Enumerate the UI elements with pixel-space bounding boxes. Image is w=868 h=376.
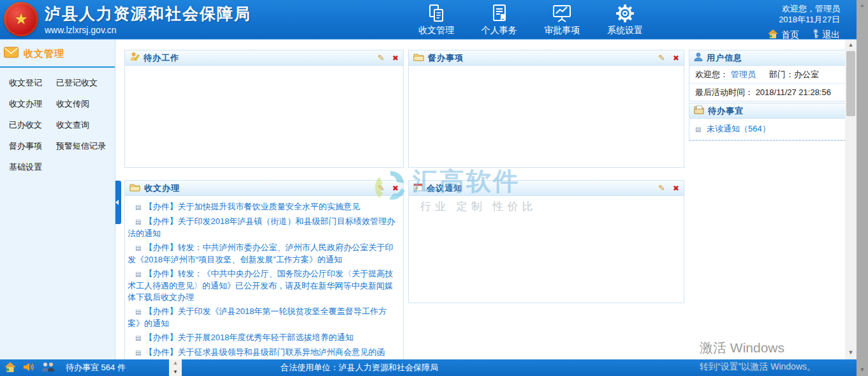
nav-system-settings[interactable]: 系统设置 — [605, 3, 645, 38]
sidebar-item-basic-settings[interactable]: 基础设置 — [9, 162, 56, 173]
list-item[interactable]: ▤【办件】关于印发《泸县2018年第一轮脱贫攻坚全覆盖督导工作方案》的通知 — [128, 306, 399, 329]
panel-todo-work: 待办工作 ✎ ✖ — [124, 50, 404, 168]
sidebar-item-registered-docs[interactable]: 已登记收文 — [56, 77, 115, 89]
unread-notice-link[interactable]: 未读通知（564） — [707, 124, 770, 133]
panel-meeting-notice: 会议通知 ✎ ✖ — [408, 180, 684, 303]
inner-scrollbar[interactable]: ▲ ▼ — [845, 40, 857, 359]
windows-activation-hint: 转到“设置”以激活 Windows。 — [700, 361, 816, 373]
panel-supervise: 督办事项 ✎ ✖ — [408, 50, 684, 168]
folder-page-icon — [694, 105, 704, 117]
sidebar-item-supervise[interactable]: 督办事项 — [9, 140, 56, 152]
national-emblem-logo: ★ — [4, 2, 38, 36]
document-list-icon: ▤ — [695, 126, 701, 133]
username-link[interactable]: 管理员 — [731, 70, 756, 79]
top-nav: 收文管理 个人事务 — [416, 3, 645, 38]
edit-pencil-icon[interactable]: ✎ — [378, 53, 385, 63]
nav-personal-affairs[interactable]: 个人事务 — [479, 3, 520, 38]
outer-scrollbar[interactable]: ▲ ▼ — [857, 0, 868, 376]
sidebar: 收文管理 收文登记 已登记收文 收文办理 收文传阅 已办收文 收文查询 督办事项… — [0, 40, 115, 359]
speaker-icon[interactable] — [23, 362, 34, 374]
documents-icon — [427, 3, 446, 23]
nav-approval-items[interactable]: 审批事项 — [541, 3, 582, 38]
document-list-icon: ▤ — [135, 308, 141, 315]
nav-label: 个人事务 — [482, 25, 517, 36]
scroll-up-icon[interactable]: ▲ — [857, 0, 868, 10]
doc-link[interactable]: 【办件】转发：《中共中央办公厅、国务院办公厅印发〈关于提高技术工人待遇的意见〉的… — [128, 269, 393, 302]
brand-block: ★ 泸县人力资源和社会保障局 www.lzlxrsj.gov.cn — [4, 2, 251, 36]
footer-scrollbar[interactable]: ▲ ▼ — [169, 359, 182, 376]
nav-label: 系统设置 — [607, 25, 643, 36]
last-active-value: 2018/11/27 21:28:56 — [756, 87, 831, 97]
windows-activation-title: 激活 Windows — [700, 339, 784, 357]
document-list-icon: ▤ — [135, 218, 141, 225]
welcome-label: 欢迎您： — [695, 70, 728, 79]
edit-pencil-icon[interactable]: ✎ — [378, 183, 385, 193]
sidebar-title: 收文管理 — [24, 48, 64, 60]
doc-link[interactable]: 【办件】关于印发2018年泸县镇（街道）和县级部门目标绩效管理办法的通知 — [128, 216, 395, 238]
list-item[interactable]: ▤【办件】关于加快提升我市餐饮业质量安全水平的实施意见 — [128, 201, 399, 213]
doc-link[interactable]: 【办件】关于征求县级领导和县级部门联系异地泸州商会意见的函 — [144, 347, 385, 357]
envelope-icon — [4, 47, 18, 61]
sidebar-item-handled-docs[interactable]: 已办收文 — [9, 119, 56, 131]
sidebar-collapse-handle[interactable] — [115, 181, 121, 224]
panel-title: 会议通知 — [427, 183, 462, 194]
close-icon[interactable]: ✖ — [673, 184, 679, 193]
list-item[interactable]: ▤【办件】关于开展2018年度优秀年轻干部选拔培养的通知 — [128, 332, 399, 344]
sidebar-item-doc-circulate[interactable]: 收文传阅 — [56, 98, 115, 110]
scroll-up-icon[interactable]: ▲ — [845, 40, 857, 49]
panel-title: 督办事项 — [428, 52, 464, 64]
list-item[interactable]: ▤【办件】转发：《中共中央办公厅、国务院办公厅印发〈关于提高技术工人待遇的意见〉… — [128, 268, 399, 303]
sidebar-item-doc-register[interactable]: 收文登记 — [9, 77, 56, 89]
people-icon[interactable] — [41, 362, 56, 374]
scroll-down-icon[interactable]: ▼ — [857, 365, 868, 375]
sidebar-header: 收文管理 — [0, 40, 115, 68]
logout-label: 退出 — [822, 29, 840, 41]
sidebar-item-doc-query[interactable]: 收文查询 — [56, 119, 115, 131]
sidebar-item-doc-handle[interactable]: 收文办理 — [9, 98, 56, 110]
footer-todo-count: 待办事宜 564 件 — [66, 359, 126, 376]
edit-pencil-icon[interactable]: ✎ — [658, 183, 665, 193]
right-column: 用户信息 欢迎您： 管理员 部门：办公室 最后活动时间： 2018/11/27 … — [689, 50, 846, 142]
app-window: ★ 泸县人力资源和社会保障局 www.lzlxrsj.gov.cn 收文管理 — [0, 0, 868, 376]
welcome-text: 欢迎您，管理员 — [767, 3, 840, 14]
edit-pencil-icon[interactable]: ✎ — [658, 53, 665, 63]
doc-link[interactable]: 【办件】转发：中共泸州市委办公室、泸州市人民政府办公室关于印发《2018年泸州市… — [128, 243, 393, 264]
nav-doc-management[interactable]: 收文管理 — [416, 3, 457, 38]
nav-label: 审批事项 — [544, 25, 580, 36]
scrollbar-thumb[interactable] — [846, 51, 855, 116]
user-welcome-row: 欢迎您： 管理员 部门：办公室 — [689, 66, 846, 84]
document-list-icon: ▤ — [135, 271, 141, 278]
document-list-icon: ▤ — [135, 244, 141, 252]
close-icon[interactable]: ✖ — [673, 54, 679, 63]
personal-doc-icon — [490, 3, 509, 23]
home-icon[interactable] — [4, 361, 17, 375]
panel-title: 待办工作 — [143, 52, 179, 64]
scroll-down-icon[interactable]: ▼ — [173, 370, 178, 375]
panel-title: 用户信息 — [707, 52, 742, 64]
scroll-down-icon[interactable]: ▼ — [845, 347, 857, 357]
dept-text: 部门：办公室 — [769, 70, 819, 79]
date-text: 2018年11月27日 — [767, 14, 840, 25]
panel-title: 待办事宜 — [708, 105, 744, 117]
sidebar-item-sms-records[interactable]: 预警短信记录 — [56, 140, 115, 152]
home-button[interactable]: 首页 — [767, 29, 799, 41]
last-active-label: 最后活动时间： — [695, 87, 753, 97]
logout-button[interactable]: 退出 — [812, 29, 840, 41]
scroll-up-icon[interactable]: ▲ — [173, 361, 178, 366]
list-item[interactable]: ▤【办件】转发：中共泸州市委办公室、泸州市人民政府办公室关于印发《2018年泸州… — [128, 242, 399, 266]
folder-icon — [413, 52, 424, 64]
doc-link[interactable]: 【办件】关于印发《泸县2018年第一轮脱贫攻坚全覆盖督导工作方案》的通知 — [128, 306, 386, 328]
close-icon[interactable]: ✖ — [392, 184, 399, 193]
unread-notice-row[interactable]: ▤ 未读通知（564） — [689, 119, 846, 140]
doc-link[interactable]: 【办件】关于加快提升我市餐饮业质量安全水平的实施意见 — [144, 202, 360, 211]
folder-icon — [129, 183, 140, 194]
home-label: 首页 — [781, 29, 799, 41]
close-icon[interactable]: ✖ — [392, 54, 399, 63]
approval-chart-icon — [552, 3, 572, 23]
person-pencil-icon — [129, 52, 140, 64]
last-active-row: 最后活动时间： 2018/11/27 21:28:56 — [689, 84, 846, 101]
doc-link[interactable]: 【办件】关于开展2018年度优秀年轻干部选拔培养的通知 — [144, 333, 353, 342]
panel-todo-list: 待办事宜 ▤ 未读通知（564） — [689, 103, 846, 141]
list-item[interactable]: ▤【办件】关于印发2018年泸县镇（街道）和县级部门目标绩效管理办法的通知 — [128, 216, 399, 239]
list-item[interactable]: ▤【办件】关于征求县级领导和县级部门联系异地泸州商会意见的函 — [128, 347, 399, 359]
